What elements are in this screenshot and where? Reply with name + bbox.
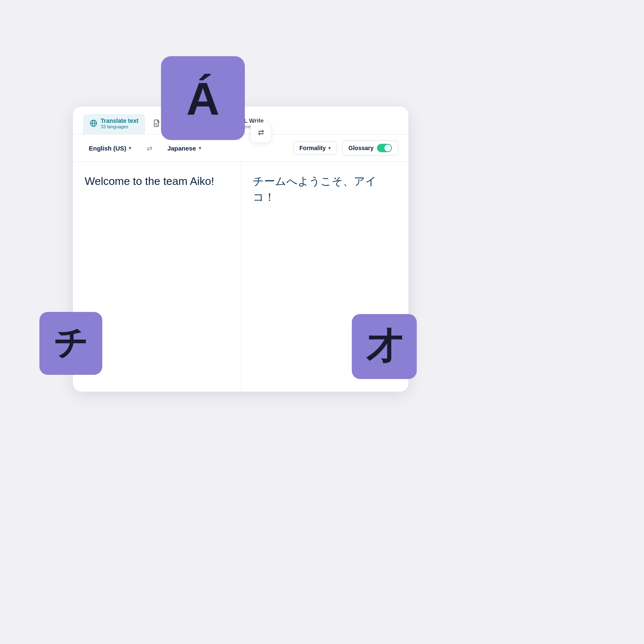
swap-languages-button[interactable]: ⇄ <box>142 141 156 155</box>
source-text: Welcome to the team Aiko! <box>85 174 229 190</box>
source-language-button[interactable]: English (US) ▾ <box>83 142 137 155</box>
translated-text: チームへようこそ、アイコ！ <box>253 174 397 205</box>
glossary-button[interactable]: Glossary <box>342 140 398 156</box>
globe-icon <box>90 119 97 127</box>
formality-button[interactable]: Formality ▾ <box>293 141 337 155</box>
floating-tile-kata: 才 <box>352 314 417 379</box>
floating-tile-chi: チ <box>39 312 102 375</box>
file-icon <box>153 119 161 127</box>
target-language-button[interactable]: Japanese ▾ <box>161 142 207 155</box>
formality-chevron: ▾ <box>328 145 331 151</box>
glossary-toggle[interactable] <box>377 144 392 152</box>
floating-tile-a: Á <box>161 56 245 140</box>
target-lang-chevron: ▾ <box>199 145 201 151</box>
language-toolbar: English (US) ▾ ⇄ Japanese ▾ Formality ▾ … <box>73 135 408 162</box>
tab-translate-text[interactable]: Translate text 33 languages <box>83 114 145 134</box>
source-lang-chevron: ▾ <box>129 145 131 151</box>
floating-swap-icon: ⇄ <box>251 122 271 143</box>
swap-icon: ⇄ <box>147 144 152 152</box>
